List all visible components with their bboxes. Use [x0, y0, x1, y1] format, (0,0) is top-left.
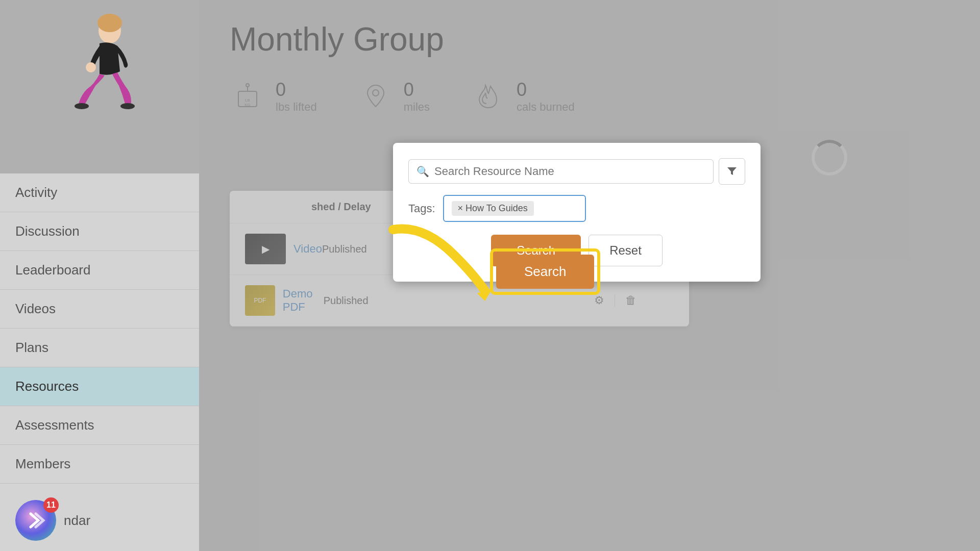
- lbs-value: 0: [276, 79, 317, 101]
- active-tag-badge: × How To Guides: [452, 201, 534, 216]
- app-icon[interactable]: 11: [15, 500, 56, 541]
- tags-input-area[interactable]: × How To Guides: [443, 195, 586, 222]
- sidebar-bottom: 11 ndar: [0, 490, 199, 551]
- stat-lbs: LB KG 0 lbs lifted: [230, 79, 317, 114]
- flame-icon: [471, 79, 506, 114]
- search-button[interactable]: Search: [491, 235, 581, 266]
- cals-value: 0: [517, 79, 575, 101]
- tags-row: Tags: × How To Guides: [408, 195, 745, 222]
- settings-icon-2[interactable]: ⚙: [594, 294, 604, 307]
- col-name: [245, 201, 311, 213]
- filter-popup: 🔍 Tags: × How To Guides: [393, 143, 761, 282]
- resource-link-pdf[interactable]: Demo PDF: [283, 287, 324, 314]
- reset-button[interactable]: Reset: [589, 235, 663, 266]
- filter-actions: Search Reset: [408, 235, 745, 266]
- miles-label: miles: [404, 101, 430, 114]
- sidebar-item-leaderboard[interactable]: Leaderboard: [0, 251, 199, 290]
- search-row: 🔍: [408, 158, 745, 185]
- sidebar-item-members[interactable]: Members: [0, 445, 199, 484]
- video-thumb: ▶: [245, 234, 286, 264]
- svg-point-4: [86, 62, 96, 72]
- calendar-label: ndar: [64, 513, 90, 529]
- sidebar-item-videos[interactable]: Videos: [0, 290, 199, 329]
- sidebar-item-activity[interactable]: Activity: [0, 173, 199, 212]
- sidebar-item-plans[interactable]: Plans: [0, 329, 199, 367]
- miles-value: 0: [404, 79, 430, 101]
- main-content: Monthly Group LB KG 0 lbs lifted: [199, 0, 980, 551]
- sidebar-item-resources[interactable]: Resources: [0, 367, 199, 406]
- cals-label: cals burned: [517, 101, 575, 114]
- search-icon: 🔍: [416, 165, 429, 178]
- svg-text:KG: KG: [244, 103, 251, 107]
- hero-image: [0, 0, 199, 173]
- stat-miles: 0 miles: [358, 79, 430, 114]
- search-input-wrapper: 🔍: [408, 159, 714, 184]
- chevron-icon: [23, 508, 48, 533]
- sidebar-item-discussion[interactable]: Discussion: [0, 212, 199, 251]
- pdf-thumb: PDF: [245, 285, 275, 316]
- stats-row: LB KG 0 lbs lifted 0: [230, 79, 949, 114]
- app-container: Activity Discussion Leaderboard Videos P…: [0, 0, 980, 551]
- resource-link-video[interactable]: Video: [293, 242, 322, 256]
- svg-text:LB: LB: [245, 98, 250, 103]
- location-icon: [358, 79, 394, 114]
- funnel-icon: [726, 165, 738, 178]
- svg-point-1: [97, 14, 122, 32]
- svg-point-2: [75, 103, 89, 109]
- sidebar: Activity Discussion Leaderboard Videos P…: [0, 0, 199, 551]
- svg-point-7: [246, 84, 249, 87]
- divider: [615, 294, 615, 307]
- status-published-2: Published: [324, 295, 451, 307]
- page-title: Monthly Group: [230, 20, 949, 58]
- sidebar-nav: Activity Discussion Leaderboard Videos P…: [0, 173, 199, 490]
- loading-spinner: [812, 140, 847, 176]
- sidebar-item-assessments[interactable]: Assessments: [0, 406, 199, 445]
- manage-cell-2: ⚙ 🗑: [594, 294, 686, 307]
- delete-icon-2[interactable]: 🗑: [625, 294, 636, 307]
- lbs-label: lbs lifted: [276, 101, 317, 114]
- notification-badge: 11: [43, 497, 59, 513]
- table-row: PDF Demo PDF Published ⚙ 🗑: [230, 275, 689, 327]
- search-input[interactable]: [434, 165, 705, 178]
- weight-icon: LB KG: [230, 79, 265, 114]
- stat-cals: 0 cals burned: [471, 79, 575, 114]
- filter-button[interactable]: [719, 158, 745, 185]
- tags-label: Tags:: [408, 202, 435, 215]
- svg-point-10: [373, 90, 379, 96]
- svg-point-3: [120, 103, 135, 109]
